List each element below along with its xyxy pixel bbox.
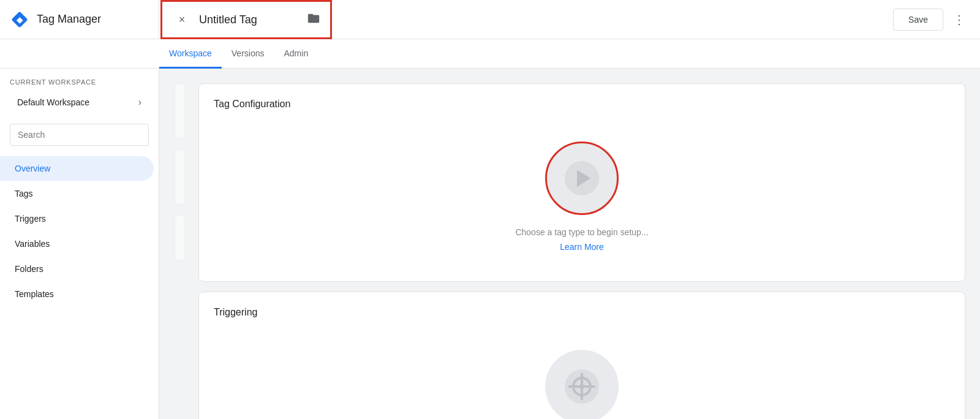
sidebar-item-overview[interactable]: Overview xyxy=(0,156,154,181)
triggering-title: Triggering xyxy=(214,307,257,318)
svg-text:◆: ◆ xyxy=(16,15,23,24)
panel-header: × Untitled Tag xyxy=(160,0,332,39)
workspace-section-label: CURRENT WORKSPACE xyxy=(10,78,149,86)
tabs-bar: Workspace Versions Admin xyxy=(0,39,980,69)
triggering-center: Choose a trigger to make this tag fire..… xyxy=(214,338,950,419)
trigger-type-icon xyxy=(564,368,600,405)
top-bar-actions: Save ⋮ xyxy=(893,0,980,39)
tag-type-icon xyxy=(564,160,600,197)
tag-config-learn-more[interactable]: Learn More xyxy=(560,242,604,252)
main-layout: CURRENT WORKSPACE Default Workspace › Ov… xyxy=(0,69,980,419)
tag-config-title: Tag Configuration xyxy=(214,99,290,110)
tab-admin[interactable]: Admin xyxy=(274,39,318,69)
trigger-selector[interactable] xyxy=(545,350,619,419)
sidebar-item-templates[interactable]: Templates xyxy=(0,282,154,306)
sidebar: CURRENT WORKSPACE Default Workspace › Ov… xyxy=(0,69,159,419)
close-icon: × xyxy=(179,13,186,26)
workspace-selector[interactable]: Default Workspace › xyxy=(10,91,149,114)
more-icon: ⋮ xyxy=(953,12,965,27)
search-input[interactable] xyxy=(10,124,149,146)
sidebar-item-variables[interactable]: Variables xyxy=(0,232,154,256)
tab-versions[interactable]: Versions xyxy=(222,39,274,69)
sidebar-nav: Overview Tags Triggers Variables Folders… xyxy=(0,151,159,312)
tag-config-hint: Choose a tag type to begin setup... xyxy=(515,227,648,237)
workspace-name: Default Workspace xyxy=(17,97,89,107)
panel-title: Untitled Tag xyxy=(199,13,300,26)
sidebar-item-triggers[interactable]: Triggers xyxy=(0,206,154,231)
tag-config-center: Choose a tag type to begin setup... Lear… xyxy=(214,129,950,266)
content-area: N... Choose... tag... Ad... D... Thi... … xyxy=(159,69,980,419)
tag-type-selector[interactable] xyxy=(545,142,619,215)
app-branding: ◆ Tag Manager xyxy=(0,0,159,39)
svg-point-8 xyxy=(579,384,584,389)
sidebar-item-folders[interactable]: Folders xyxy=(0,257,154,281)
overlay-panel: Tag Configuration Choose a tag type to b… xyxy=(184,69,980,419)
save-button[interactable]: Save xyxy=(893,9,943,31)
workspace-section: CURRENT WORKSPACE Default Workspace › xyxy=(0,69,159,119)
triggering-card: Triggering Choose a trigger to make this… xyxy=(198,292,965,419)
top-bar: ◆ Tag Manager All accounts ulti... × Unt… xyxy=(0,0,980,39)
panel-close-button[interactable]: × xyxy=(172,10,192,29)
sidebar-item-tags[interactable]: Tags xyxy=(0,181,154,206)
more-options-button[interactable]: ⋮ xyxy=(948,9,970,31)
gtm-logo: ◆ xyxy=(10,10,29,29)
chevron-right-icon: › xyxy=(138,97,141,108)
tab-workspace[interactable]: Workspace xyxy=(159,39,222,69)
app-title: Tag Manager xyxy=(37,13,101,26)
folder-icon[interactable] xyxy=(307,12,320,28)
tag-config-card: Tag Configuration Choose a tag type to b… xyxy=(198,83,965,282)
